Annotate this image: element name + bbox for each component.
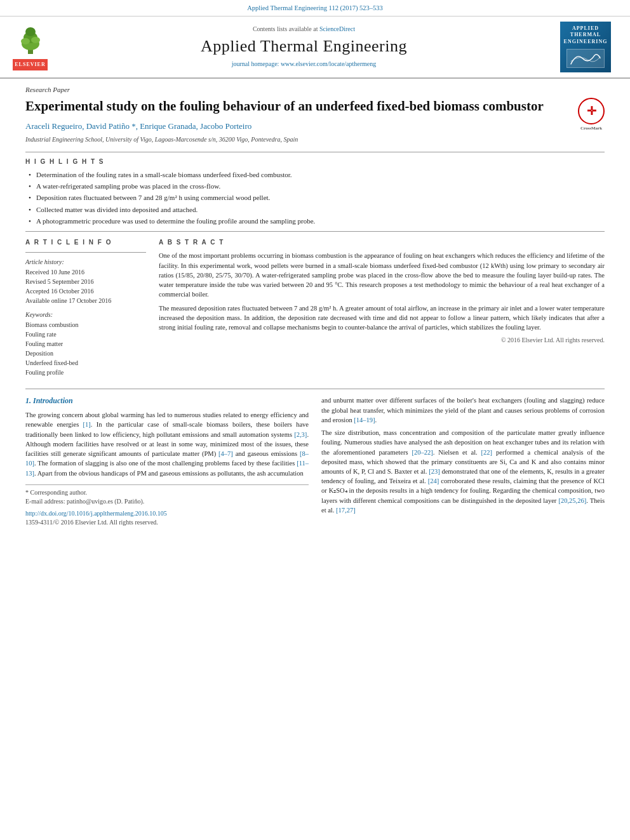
main-content: Research Paper Experimental study on the…	[0, 79, 630, 533]
highlights-list: Determination of the fouling rates in a …	[25, 170, 605, 227]
body-section: 1. Introduction The growing concern abou…	[25, 389, 605, 526]
abstract-column: A B S T R A C T One of the most importan…	[159, 238, 605, 382]
highlight-item: Deposition rates fluctuated between 7 an…	[29, 193, 605, 203]
crossmark-badge: ✛ CrossMark	[578, 98, 605, 131]
journal-reference: Applied Thermal Engineering 112 (2017) 5…	[0, 0, 630, 17]
journal-title-area: Contents lists available at ScienceDirec…	[48, 25, 560, 68]
highlights-label: H I G H L I G H T S	[25, 157, 605, 166]
abstract-text: One of the most important problems occur…	[159, 251, 605, 332]
corresponding-footnote: * Corresponding author.	[25, 488, 309, 497]
paper-type: Research Paper	[25, 85, 605, 95]
introduction-title: 1. Introduction	[25, 396, 309, 406]
elsevier-tree-icon	[15, 23, 46, 57]
article-info-abstract: A R T I C L E I N F O Article history: R…	[25, 238, 605, 382]
article-info-divider	[25, 231, 605, 232]
footnote-area: * Corresponding author. E-mail address: …	[25, 484, 309, 527]
crossmark-icon: ✛	[578, 98, 605, 124]
journal-logo: APPLIED THERMAL ENGINEERING	[560, 22, 611, 72]
introduction-left-text: The growing concern about global warming…	[25, 410, 309, 478]
crossmark-label: CrossMark	[580, 126, 602, 131]
authors-line: Araceli Regueiro, David Patiño *, Enriqu…	[25, 121, 605, 132]
body-right-column: and unburnt matter over different surfac…	[321, 396, 605, 526]
copyright-line: © 2016 Elsevier Ltd. All rights reserved…	[159, 336, 605, 345]
highlights-section: H I G H L I G H T S Determination of the…	[25, 157, 605, 227]
highlight-item: Determination of the fouling rates in a …	[29, 170, 605, 180]
svg-point-4	[21, 38, 30, 44]
highlight-item: Collected matter was divided into deposi…	[29, 205, 605, 215]
body-left-column: 1. Introduction The growing concern abou…	[25, 396, 309, 526]
article-info-column: A R T I C L E I N F O Article history: R…	[25, 238, 146, 382]
affiliation-text: Industrial Engineering School, Universit…	[25, 135, 605, 144]
issn-line: 1359-4311/© 2016 Elsevier Ltd. All right…	[25, 518, 309, 527]
authors-text: Araceli Regueiro, David Patiño *, Enriqu…	[25, 121, 251, 131]
elsevier-branding: ELSEVIER	[13, 23, 48, 70]
history-dates: Received 10 June 2016 Revised 5 Septembe…	[25, 268, 146, 305]
highlight-item: A photogrammetric procedure was used to …	[29, 217, 605, 226]
paper-title-container: Experimental study on the fouling behavi…	[25, 98, 605, 114]
abstract-label: A B S T R A C T	[159, 238, 605, 247]
journal-name: Applied Thermal Engineering	[201, 35, 407, 58]
keywords-label: Keywords:	[25, 310, 146, 319]
elsevier-label: ELSEVIER	[13, 59, 48, 70]
paper-title-text: Experimental study on the fouling behavi…	[25, 98, 544, 114]
introduction-right-text: and unburnt matter over different surfac…	[321, 396, 605, 515]
article-info-label: A R T I C L E I N F O	[25, 238, 146, 247]
email-footnote: E-mail address: patinho@uvigo.es (D. Pat…	[25, 497, 309, 506]
svg-point-5	[31, 37, 40, 43]
highlights-divider	[25, 152, 605, 152]
svg-point-3	[25, 27, 36, 36]
highlight-item: A water-refrigerated sampling probe was …	[29, 182, 605, 191]
article-info-inner-divider	[25, 252, 146, 253]
journal-header: ELSEVIER Contents lists available at Sci…	[0, 17, 630, 79]
keywords-list: Biomass combustion Fouling rate Fouling …	[25, 321, 146, 377]
sciencedirect-link: Contents lists available at ScienceDirec…	[253, 25, 355, 34]
journal-homepage: journal homepage: www.elsevier.com/locat…	[232, 60, 377, 69]
history-label: Article history:	[25, 258, 146, 267]
doi-link[interactable]: http://dx.doi.org/10.1016/j.applthermale…	[25, 510, 167, 517]
